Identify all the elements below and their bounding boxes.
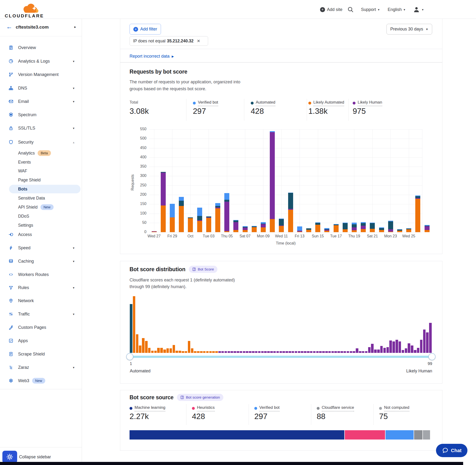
sidebar-item-events[interactable]: Events [0,157,82,167]
histogram-bar-score-84[interactable] [383,348,386,353]
histogram-bar-score-9[interactable] [154,351,157,353]
bar-segment-likely-human[interactable] [206,217,211,218]
histogram-bar-score-38[interactable] [243,351,245,353]
bar-segment-verified-bot[interactable] [324,228,329,229]
histogram-bar-score-35[interactable] [233,351,236,353]
back-arrow-icon[interactable]: ← [6,23,12,31]
bar-segment-automated[interactable] [379,228,384,230]
histogram-bar-score-61[interactable] [313,351,316,353]
bar-segment-likely-automated[interactable] [424,230,430,232]
bar-segment-automated[interactable] [224,200,229,202]
bar-segment-automated[interactable] [424,226,430,226]
histogram-bar-score-98[interactable] [426,332,429,353]
histogram-bar-score-41[interactable] [252,351,254,353]
histogram-bar-score-59[interactable] [307,351,309,353]
bar-segment-verified-bot[interactable] [288,193,293,193]
histogram-bar-score-67[interactable] [331,351,334,353]
histogram-bar-score-52[interactable] [286,351,288,353]
histogram-bar-score-90[interactable] [402,350,404,353]
bar-segment-likely-human[interactable] [297,231,302,232]
sidebar-item-overview[interactable]: Overview [0,43,82,52]
bar-segment-automated[interactable] [388,222,393,229]
bar-segment-likely-human[interactable] [288,209,293,210]
filter-chip[interactable]: IP does not equal 35.212.240.32 ✕ [129,36,208,46]
source-bar-segment-not-computed[interactable] [423,430,430,440]
histogram-bar-score-28[interactable] [212,351,215,353]
histogram-bar-score-13[interactable] [167,348,169,353]
chevron-right-icon[interactable]: ▸ [74,25,76,29]
histogram-bar-score-78[interactable] [365,351,368,353]
histogram-bar-score-76[interactable] [359,351,361,353]
histogram-bar-score-86[interactable] [389,340,392,353]
bar-segment-likely-automated[interactable] [279,226,284,232]
histogram-bar-score-83[interactable] [380,346,383,353]
sidebar-item-api-shield[interactable]: API ShieldNew [0,202,82,212]
histogram-bar-score-88[interactable] [395,340,398,353]
sidebar-item-waf[interactable]: WAF [0,166,82,176]
histogram-bar-score-33[interactable] [228,351,230,353]
bar-segment-likely-automated[interactable] [270,219,275,232]
bar-segment-automated[interactable] [343,223,348,229]
sidebar-item-ddos[interactable]: DDoS [0,211,82,221]
histogram-bar-score-12[interactable] [163,349,166,353]
histogram-bar-score-4[interactable] [139,346,141,353]
sidebar-item-email[interactable]: Email▾ [0,97,82,106]
histogram-bar-score-73[interactable] [350,351,352,353]
histogram-bar-score-49[interactable] [276,351,279,353]
bar-segment-verified-bot[interactable] [233,220,238,221]
sidebar-item-page-shield[interactable]: Page Shield [0,175,82,185]
bar-segment-likely-automated[interactable] [306,230,311,232]
source-bar-segment-verified-bot[interactable] [386,430,414,440]
histogram-bar-score-27[interactable] [209,351,212,353]
sidebar-item-traffic[interactable]: Traffic▾ [0,309,82,319]
histogram-bar-score-54[interactable] [292,351,294,353]
bar-segment-likely-automated[interactable] [288,210,293,232]
date-range-dropdown[interactable]: Previous 30 days ▼ [386,24,432,34]
language-menu[interactable]: English▾ [388,5,405,14]
bar-segment-likely-automated[interactable] [152,232,157,232]
histogram-bar-score-89[interactable] [399,341,401,353]
histogram-bar-score-17[interactable] [179,351,181,353]
histogram-bar-score-15[interactable] [173,345,175,353]
histogram-bar-score-74[interactable] [353,351,355,353]
sidebar-item-security[interactable]: Security▴ [0,137,82,147]
bar-segment-verified-bot[interactable] [361,222,366,223]
bar-segment-automated[interactable] [179,201,184,206]
histogram-bar-score-20[interactable] [188,341,190,353]
bar-segment-automated[interactable] [315,223,320,225]
histogram-bar-score-55[interactable] [295,351,297,353]
bar-segment-verified-bot[interactable] [170,204,175,217]
sidebar-item-scrape-shield[interactable]: Scrape Shield [0,349,82,359]
bar-segment-likely-automated[interactable] [370,229,375,232]
bar-segment-automated[interactable] [261,223,266,224]
histogram-bar-score-10[interactable] [157,348,160,353]
sidebar-item-analytics[interactable]: AnalyticsBeta [0,148,82,158]
bar-segment-likely-automated[interactable] [179,206,184,232]
histogram-bar-score-81[interactable] [374,349,377,353]
bar-segment-verified-bot[interactable] [388,221,393,222]
histogram-bar-score-36[interactable] [237,351,239,353]
histogram-bar-score-22[interactable] [194,351,196,353]
histogram-bar-score-48[interactable] [273,351,276,353]
bar-segment-automated[interactable] [352,224,357,227]
bar-segment-verified-bot[interactable] [406,228,411,229]
histogram-bar-score-21[interactable] [191,348,194,353]
sidebar-item-rules[interactable]: Rules▾ [0,283,82,292]
histogram-bar-score-96[interactable] [420,340,423,353]
bar-segment-likely-automated[interactable] [406,229,411,232]
sidebar-item-analytics-logs[interactable]: Analytics & Logs▾ [0,56,82,66]
bar-segment-likely-human[interactable] [388,229,393,232]
histogram-bar-score-77[interactable] [362,351,365,353]
bar-segment-automated[interactable] [206,216,211,217]
bar-segment-automated[interactable] [370,223,375,229]
bar-segment-automated[interactable] [334,224,338,225]
bar-segment-verified-bot[interactable] [424,225,430,225]
sidebar-item-ssl-tls[interactable]: SSL/TLS▾ [0,123,82,133]
histogram-bar-score-2[interactable] [133,296,136,353]
sidebar-item-web3[interactable]: Web3New [0,376,82,385]
sidebar-item-speed[interactable]: Speed▾ [0,243,82,253]
bar-segment-automated[interactable] [197,216,202,220]
bar-segment-likely-human[interactable] [270,132,275,219]
bot-score-generation-badge[interactable]: Bot score generation [177,394,223,401]
bar-segment-verified-bot[interactable] [334,224,338,224]
